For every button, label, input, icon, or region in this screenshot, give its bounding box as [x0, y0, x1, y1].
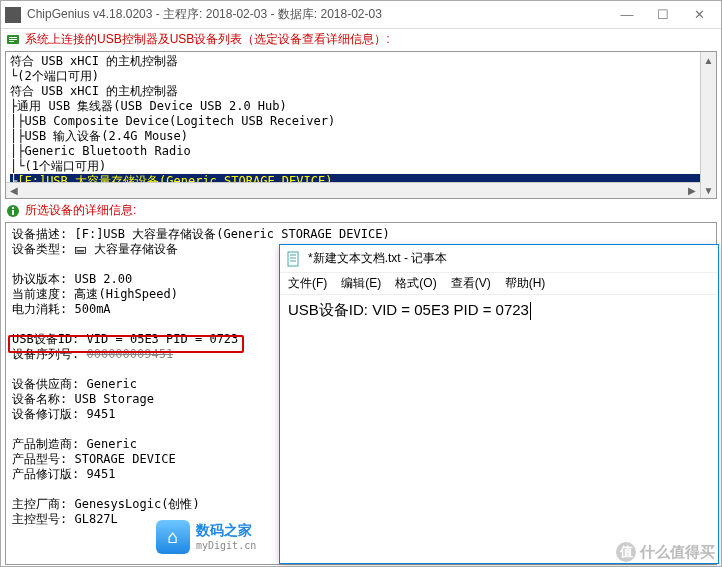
prodrev-label: 产品修订版: — [12, 467, 79, 481]
device-tree[interactable]: 符合 USB xHCI 的主机控制器 └(2个端口可用) 符合 USB xHCI… — [6, 52, 716, 199]
proto-value: USB 2.00 — [74, 272, 132, 286]
power-value: 500mA — [74, 302, 110, 316]
home-icon: ⌂ — [156, 520, 190, 554]
notepad-menubar: 文件(F) 编辑(E) 格式(O) 查看(V) 帮助(H) — [280, 273, 718, 295]
brand-en: myDigit.cn — [196, 540, 256, 553]
desc-value: [F:]USB 大容量存储设备(Generic STORAGE DEVICE) — [74, 227, 389, 241]
model-value: STORAGE DEVICE — [74, 452, 175, 466]
notepad-icon — [286, 251, 302, 267]
device-detail-header: 所选设备的详细信息: — [1, 200, 721, 221]
tree-line[interactable]: 符合 USB xHCI 的主机控制器 — [10, 84, 712, 99]
device-tree-panel: 符合 USB xHCI 的主机控制器 └(2个端口可用) 符合 USB xHCI… — [5, 51, 717, 199]
menu-file[interactable]: 文件(F) — [288, 275, 327, 292]
notepad-titlebar[interactable]: *新建文本文档.txt - 记事本 — [280, 245, 718, 273]
power-label: 电力消耗: — [12, 302, 67, 316]
devrev-label: 设备修订版: — [12, 407, 79, 421]
usbid-label: USB设备ID: — [12, 332, 79, 346]
app-icon — [5, 7, 21, 23]
notepad-content: USB设备ID: VID = 05E3 PID = 0723 — [288, 301, 529, 318]
notepad-window[interactable]: *新建文本文档.txt - 记事本 文件(F) 编辑(E) 格式(O) 查看(V… — [279, 244, 719, 564]
device-list-header: 系统上连接的USB控制器及USB设备列表（选定设备查看详细信息）: — [1, 29, 721, 50]
maximize-button[interactable]: ☐ — [645, 4, 681, 26]
tree-scrollbar-h[interactable]: ◀ ▶ — [6, 182, 700, 198]
speed-value: 高速(HighSpeed) — [74, 287, 177, 301]
menu-help[interactable]: 帮助(H) — [505, 275, 546, 292]
device-list-icon — [5, 32, 21, 48]
text-caret — [530, 302, 531, 320]
menu-view[interactable]: 查看(V) — [451, 275, 491, 292]
model-label: 产品型号: — [12, 452, 67, 466]
prodrev-value: 9451 — [86, 467, 115, 481]
svg-rect-7 — [288, 252, 298, 266]
device-detail-icon — [5, 203, 21, 219]
brand-logo[interactable]: ⌂ 数码之家 myDigit.cn — [156, 520, 256, 554]
svg-rect-1 — [9, 37, 17, 38]
usbid-value: VID = 05E3 PID = 0723 — [87, 332, 239, 346]
tree-line[interactable]: ├通用 USB 集线器(USB Device USB 2.0 Hub) — [10, 99, 712, 114]
ctrlmfg-value: GenesysLogic(创惟) — [74, 497, 199, 511]
brand-text: 数码之家 myDigit.cn — [196, 522, 256, 552]
scroll-down-icon[interactable]: ▼ — [701, 182, 717, 198]
serial-label: 设备序列号: — [12, 347, 79, 361]
ctrlmodel-label: 主控型号: — [12, 512, 67, 526]
tree-scrollbar-v[interactable]: ▲ ▼ — [700, 52, 716, 198]
menu-edit[interactable]: 编辑(E) — [341, 275, 381, 292]
device-list-header-text: 系统上连接的USB控制器及USB设备列表（选定设备查看详细信息）: — [25, 31, 390, 48]
type-value: 🖴 大容量存储设备 — [74, 242, 177, 256]
mfg-label: 产品制造商: — [12, 437, 79, 451]
notepad-textarea[interactable]: USB设备ID: VID = 05E3 PID = 0723 — [280, 295, 718, 563]
window-title: ChipGenius v4.18.0203 - 主程序: 2018-02-03 … — [27, 6, 609, 23]
svg-rect-3 — [9, 41, 14, 42]
device-detail-header-text: 所选设备的详细信息: — [25, 202, 136, 219]
menu-format[interactable]: 格式(O) — [395, 275, 436, 292]
scroll-left-icon[interactable]: ◀ — [6, 183, 22, 199]
scroll-right-icon[interactable]: ▶ — [684, 183, 700, 199]
scroll-up-icon[interactable]: ▲ — [701, 52, 717, 68]
serial-value: 000000009451 — [86, 347, 173, 361]
tree-line[interactable]: │├Generic Bluetooth Radio — [10, 144, 712, 159]
svg-rect-5 — [12, 207, 14, 209]
vendor-label: 设备供应商: — [12, 377, 79, 391]
devrev-value: 9451 — [86, 407, 115, 421]
minimize-button[interactable]: — — [609, 4, 645, 26]
devname-label: 设备名称: — [12, 392, 67, 406]
vendor-value: Generic — [86, 377, 137, 391]
svg-rect-2 — [9, 39, 17, 40]
brand-cn: 数码之家 — [196, 522, 256, 540]
close-button[interactable]: ✕ — [681, 4, 717, 26]
proto-label: 协议版本: — [12, 272, 67, 286]
speed-label: 当前速度: — [12, 287, 67, 301]
mfg-value: Generic — [86, 437, 137, 451]
tree-line[interactable]: │├USB 输入设备(2.4G Mouse) — [10, 129, 712, 144]
svg-rect-6 — [12, 210, 14, 215]
ctrlmodel-value: GL827L — [74, 512, 117, 526]
desc-label: 设备描述: — [12, 227, 67, 241]
tree-line[interactable]: │├USB Composite Device(Logitech USB Rece… — [10, 114, 712, 129]
type-label: 设备类型: — [12, 242, 67, 256]
ctrlmfg-label: 主控厂商: — [12, 497, 67, 511]
tree-line[interactable]: 符合 USB xHCI 的主机控制器 — [10, 54, 712, 69]
devname-value: USB Storage — [74, 392, 153, 406]
window-controls: — ☐ ✕ — [609, 4, 717, 26]
tree-line[interactable]: │└(1个端口可用) — [10, 159, 712, 174]
tree-line[interactable]: └(2个端口可用) — [10, 69, 712, 84]
titlebar: ChipGenius v4.18.0203 - 主程序: 2018-02-03 … — [1, 1, 721, 29]
notepad-title: *新建文本文档.txt - 记事本 — [308, 250, 447, 267]
